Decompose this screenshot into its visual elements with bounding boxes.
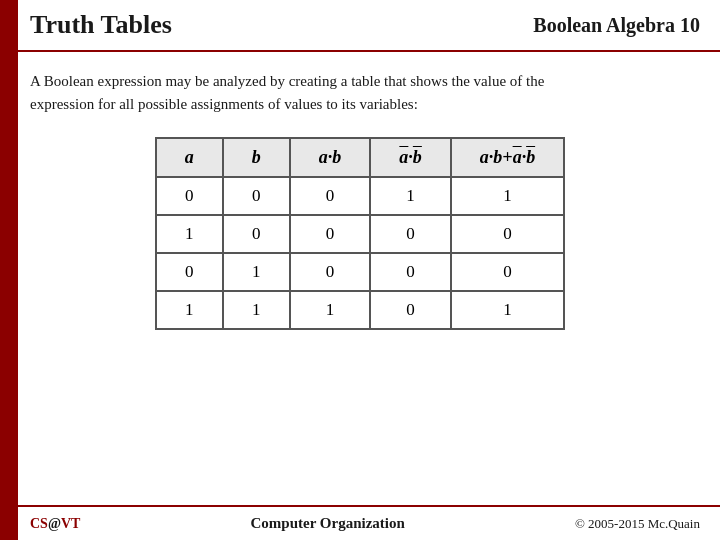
cell: 0 — [290, 215, 371, 253]
cell: 0 — [290, 253, 371, 291]
slide-content: A Boolean expression may be analyzed by … — [0, 52, 720, 505]
table-row: 1 0 0 0 0 — [156, 215, 564, 253]
cell: 1 — [156, 291, 223, 329]
cell: 1 — [223, 253, 290, 291]
cell: 0 — [370, 253, 451, 291]
col-header-b: b — [223, 138, 290, 177]
table-row: 1 1 1 0 1 — [156, 291, 564, 329]
footer-branding: CS@VT — [30, 516, 80, 532]
cell: 0 — [156, 253, 223, 291]
cell: 0 — [156, 177, 223, 215]
col-header-ab: a·b — [290, 138, 371, 177]
left-accent-bar — [0, 0, 18, 540]
table-row: 0 1 0 0 0 — [156, 253, 564, 291]
footer-copyright: © 2005-2015 Mc.Quain — [575, 516, 700, 532]
cell: 0 — [370, 291, 451, 329]
cell: 0 — [451, 215, 564, 253]
truth-table: a b a·b a·b a·b+a·b 0 0 — [155, 137, 565, 330]
slide-title: Truth Tables — [30, 10, 172, 40]
col-header-full-expr: a·b+a·b — [451, 138, 564, 177]
cell: 0 — [451, 253, 564, 291]
cell: 1 — [451, 177, 564, 215]
cell: 1 — [156, 215, 223, 253]
cell: 1 — [290, 291, 371, 329]
cell: 1 — [223, 291, 290, 329]
cell: 1 — [451, 291, 564, 329]
slide: Truth Tables Boolean Algebra 10 A Boolea… — [0, 0, 720, 540]
table-row: 0 0 0 1 1 — [156, 177, 564, 215]
footer-course: Computer Organization — [251, 515, 405, 532]
cell: 1 — [370, 177, 451, 215]
cell: 0 — [223, 215, 290, 253]
col-header-abar-bbar: a·b — [370, 138, 451, 177]
slide-header: Truth Tables Boolean Algebra 10 — [0, 0, 720, 52]
table-header-row: a b a·b a·b a·b+a·b — [156, 138, 564, 177]
cell: 0 — [370, 215, 451, 253]
col-header-a: a — [156, 138, 223, 177]
description-text: A Boolean expression may be analyzed by … — [30, 70, 690, 115]
slide-subtitle: Boolean Algebra 10 — [533, 14, 700, 37]
slide-footer: CS@VT Computer Organization © 2005-2015 … — [0, 505, 720, 540]
cell: 0 — [223, 177, 290, 215]
cell: 0 — [290, 177, 371, 215]
truth-table-wrapper: a b a·b a·b a·b+a·b 0 0 — [30, 137, 690, 330]
